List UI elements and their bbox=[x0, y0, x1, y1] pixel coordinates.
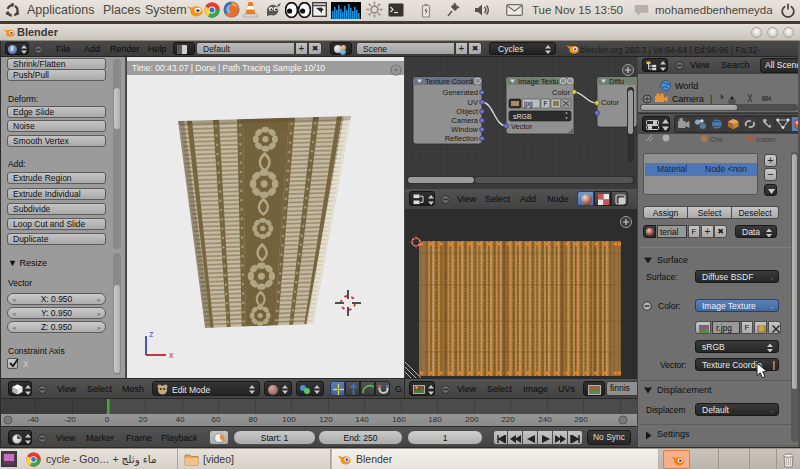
svg-text:Window: Window bbox=[451, 125, 478, 134]
svg-text:Object: Object bbox=[456, 107, 479, 116]
svg-text:jpg: jpg bbox=[523, 100, 533, 108]
svg-text:Texture Coordi: Texture Coordi bbox=[425, 77, 474, 86]
svg-text:materi: materi bbox=[756, 136, 776, 143]
svg-text:z: z bbox=[149, 329, 154, 339]
svg-text:Che: Che bbox=[710, 136, 723, 143]
svg-text:Diffu: Diffu bbox=[609, 77, 624, 86]
svg-text:Color: Color bbox=[552, 88, 570, 97]
svg-text:Camera: Camera bbox=[451, 116, 479, 125]
svg-text:Vector: Vector bbox=[511, 122, 533, 131]
svg-text:UV: UV bbox=[468, 98, 478, 107]
svg-text:F: F bbox=[544, 100, 548, 107]
svg-text:Image Textu: Image Textu bbox=[518, 77, 559, 86]
svg-text:Generated: Generated bbox=[443, 88, 478, 97]
svg-text:x: x bbox=[169, 350, 174, 360]
svg-text:Reflection: Reflection bbox=[445, 134, 478, 143]
svg-text:Color: Color bbox=[601, 98, 619, 107]
svg-text:sRGB: sRGB bbox=[513, 113, 532, 120]
